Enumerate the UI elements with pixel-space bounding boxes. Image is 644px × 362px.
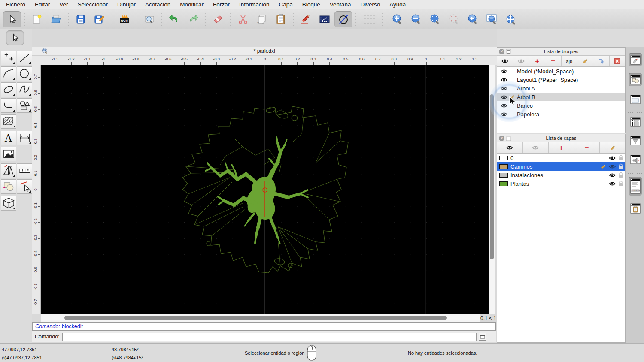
new-document-button[interactable] (28, 11, 46, 27)
menu-forzar[interactable]: Forzar (213, 1, 230, 8)
menu-información[interactable]: Información (239, 1, 270, 8)
layer-visibility-toggle[interactable] (609, 181, 616, 186)
arc-tool-button[interactable] (1, 66, 16, 81)
layer-row[interactable]: 0 (497, 154, 625, 162)
layer-show-all-button[interactable] (497, 142, 523, 153)
canvas-horizontal-scrollbar[interactable] (41, 314, 480, 322)
draw-tools-tool-button[interactable] (1, 163, 16, 178)
layer-visibility-toggle[interactable] (609, 164, 616, 169)
delete-entity-tool-button[interactable] (17, 179, 32, 194)
save-button[interactable] (72, 11, 90, 27)
block-remove-button[interactable]: − (545, 56, 561, 66)
snap-restriction-button[interactable] (316, 11, 334, 27)
draw-order-button[interactable] (334, 11, 352, 27)
delete-button[interactable] (209, 11, 227, 27)
points-tool-button[interactable] (1, 51, 16, 65)
zoom-auto-button[interactable] (426, 11, 444, 27)
block-row[interactable]: Layout1 (*Paper_Space) (497, 75, 625, 84)
layer-color-swatch[interactable] (499, 181, 508, 186)
zoom-previous-button[interactable] (464, 11, 482, 27)
block-row[interactable]: Árbol A (497, 84, 625, 93)
drawing-canvas[interactable] (41, 65, 489, 314)
block-visibility-toggle[interactable] (501, 103, 507, 108)
dock-filter-toggle[interactable] (629, 134, 642, 147)
modify-tool-button[interactable] (1, 179, 16, 194)
open-file-button[interactable] (47, 11, 65, 27)
block-row[interactable]: Papelera (497, 110, 625, 118)
layer-visibility-toggle[interactable] (609, 173, 616, 178)
menu-ayuda[interactable]: Ayuda (389, 1, 406, 8)
zoom-window-button[interactable] (483, 11, 501, 27)
block-visibility-toggle[interactable] (501, 95, 507, 100)
block-visibility-toggle[interactable] (501, 69, 507, 74)
scrollbar-thumb[interactable] (490, 94, 494, 259)
menu-seleccionar[interactable]: Seleccionar (78, 1, 108, 8)
menu-dibujar[interactable]: Dibujar (117, 1, 136, 8)
command-input[interactable] (62, 333, 477, 341)
grid-toggle-button[interactable] (359, 11, 379, 27)
block-tool-button[interactable] (1, 196, 16, 211)
close-icon[interactable]: ✕ (499, 49, 504, 54)
shapes-tool-button[interactable] (17, 98, 32, 113)
layer-row[interactable]: Plantas (497, 179, 625, 188)
layer-remove-button[interactable]: − (574, 142, 600, 153)
block-delete-button[interactable] (610, 56, 625, 66)
scrollbar-thumb[interactable] (64, 316, 447, 320)
dock-block-list-toggle[interactable] (629, 53, 642, 66)
menu-capa[interactable]: Capa (279, 1, 293, 8)
block-hide-all-button[interactable] (513, 56, 529, 66)
detach-icon[interactable] (506, 136, 511, 141)
zoom-selection-button[interactable] (445, 11, 463, 27)
block-add-button[interactable]: + (529, 56, 545, 66)
select-tool-button[interactable] (3, 11, 21, 27)
menu-ver[interactable]: Ver (59, 1, 68, 8)
measure-tool-button[interactable] (17, 163, 32, 178)
block-row[interactable]: Model (*Model_Space) (497, 67, 625, 75)
layer-add-button[interactable]: + (549, 142, 574, 153)
layer-lock-toggle[interactable] (618, 172, 623, 178)
zoom-out-button[interactable] (407, 11, 425, 27)
block-insert-button[interactable] (593, 56, 609, 66)
spline-tool-button[interactable] (17, 82, 32, 97)
menu-ventana[interactable]: Ventana (330, 1, 351, 8)
dock-command-line-toggle[interactable]: command (629, 177, 642, 196)
dock-empty-window-toggle[interactable] (629, 93, 642, 106)
block-visibility-toggle[interactable] (501, 112, 507, 117)
block-rename-button[interactable]: a|b (562, 56, 577, 66)
command-toggle-button[interactable] (479, 333, 486, 341)
menu-bloque[interactable]: Bloque (302, 1, 320, 8)
export-svg-button[interactable]: SVG (115, 11, 134, 27)
copy-button[interactable]: + (253, 11, 271, 27)
menu-diverso[interactable]: Diverso (360, 1, 380, 8)
layer-color-swatch[interactable] (499, 164, 508, 169)
text-tool-button[interactable]: A (1, 131, 16, 145)
hatch-tool-button[interactable] (1, 114, 16, 129)
menu-modificar[interactable]: Modificar (180, 1, 204, 8)
zoom-in-button[interactable] (389, 11, 407, 27)
menu-editar[interactable]: Editar (35, 1, 50, 8)
detach-icon[interactable] (506, 49, 511, 54)
layer-lock-toggle[interactable] (618, 163, 623, 169)
print-preview-button[interactable] (140, 11, 158, 27)
cut-button[interactable]: + (234, 11, 252, 27)
ellipse-tool-button[interactable] (1, 82, 16, 97)
layer-lock-toggle[interactable] (618, 181, 623, 187)
layer-visibility-toggle[interactable] (609, 156, 616, 160)
save-as-button[interactable] (91, 11, 109, 27)
edit-entity-button[interactable] (297, 11, 315, 27)
block-edit-button[interactable] (577, 56, 593, 66)
paste-button[interactable] (272, 11, 290, 27)
canvas-vertical-scrollbar[interactable] (489, 65, 495, 314)
redo-button[interactable] (184, 11, 202, 27)
image-tool-button[interactable] (1, 147, 16, 161)
layer-row[interactable]: Instalaciones (497, 171, 625, 179)
line-tool-button[interactable] (17, 51, 32, 65)
palette-select-tool-button[interactable] (6, 30, 24, 45)
block-row[interactable]: Árbol B (497, 93, 625, 101)
pan-button[interactable] (502, 11, 520, 27)
block-show-all-button[interactable] (497, 56, 513, 66)
dock-entity-list-toggle[interactable] (629, 115, 642, 128)
layer-edit-button[interactable] (600, 142, 625, 153)
undo-button[interactable] (165, 11, 183, 27)
circle-tool-button[interactable] (17, 66, 32, 81)
